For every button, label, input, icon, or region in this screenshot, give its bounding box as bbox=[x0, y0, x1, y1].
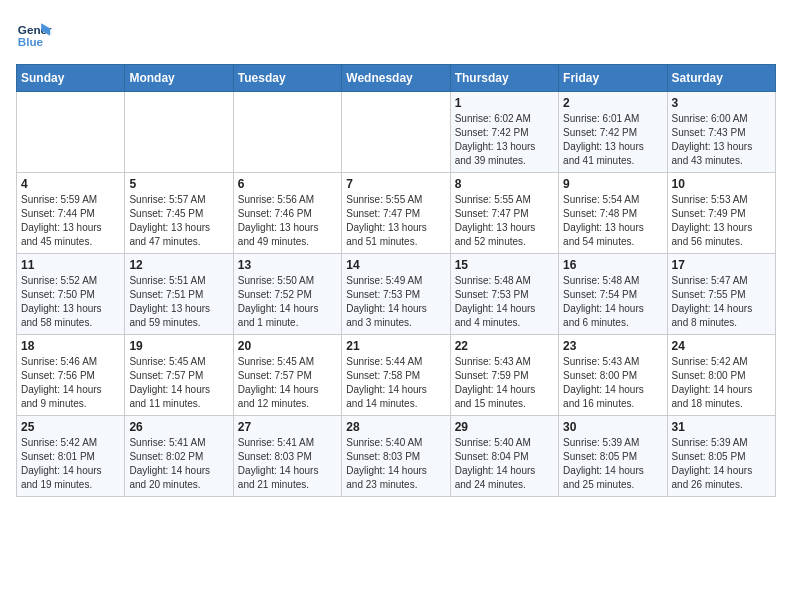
day-number: 23 bbox=[563, 339, 662, 353]
calendar-cell: 13Sunrise: 5:50 AM Sunset: 7:52 PM Dayli… bbox=[233, 254, 341, 335]
logo-icon: General Blue bbox=[16, 16, 52, 52]
day-detail: Sunrise: 5:59 AM Sunset: 7:44 PM Dayligh… bbox=[21, 193, 120, 249]
day-detail: Sunrise: 5:39 AM Sunset: 8:05 PM Dayligh… bbox=[563, 436, 662, 492]
day-number: 25 bbox=[21, 420, 120, 434]
day-number: 26 bbox=[129, 420, 228, 434]
weekday-header: Thursday bbox=[450, 65, 558, 92]
calendar-week-row: 4Sunrise: 5:59 AM Sunset: 7:44 PM Daylig… bbox=[17, 173, 776, 254]
calendar-cell bbox=[233, 92, 341, 173]
day-detail: Sunrise: 5:42 AM Sunset: 8:00 PM Dayligh… bbox=[672, 355, 771, 411]
calendar-cell bbox=[342, 92, 450, 173]
weekday-header: Friday bbox=[559, 65, 667, 92]
calendar-cell: 22Sunrise: 5:43 AM Sunset: 7:59 PM Dayli… bbox=[450, 335, 558, 416]
calendar-cell: 18Sunrise: 5:46 AM Sunset: 7:56 PM Dayli… bbox=[17, 335, 125, 416]
day-number: 19 bbox=[129, 339, 228, 353]
calendar-cell: 11Sunrise: 5:52 AM Sunset: 7:50 PM Dayli… bbox=[17, 254, 125, 335]
day-number: 8 bbox=[455, 177, 554, 191]
day-number: 10 bbox=[672, 177, 771, 191]
day-number: 9 bbox=[563, 177, 662, 191]
calendar-week-row: 18Sunrise: 5:46 AM Sunset: 7:56 PM Dayli… bbox=[17, 335, 776, 416]
calendar-cell: 25Sunrise: 5:42 AM Sunset: 8:01 PM Dayli… bbox=[17, 416, 125, 497]
day-detail: Sunrise: 5:51 AM Sunset: 7:51 PM Dayligh… bbox=[129, 274, 228, 330]
calendar-cell: 5Sunrise: 5:57 AM Sunset: 7:45 PM Daylig… bbox=[125, 173, 233, 254]
calendar-cell: 28Sunrise: 5:40 AM Sunset: 8:03 PM Dayli… bbox=[342, 416, 450, 497]
day-detail: Sunrise: 5:41 AM Sunset: 8:02 PM Dayligh… bbox=[129, 436, 228, 492]
day-number: 6 bbox=[238, 177, 337, 191]
day-number: 18 bbox=[21, 339, 120, 353]
weekday-header: Monday bbox=[125, 65, 233, 92]
calendar-cell: 20Sunrise: 5:45 AM Sunset: 7:57 PM Dayli… bbox=[233, 335, 341, 416]
calendar-cell: 9Sunrise: 5:54 AM Sunset: 7:48 PM Daylig… bbox=[559, 173, 667, 254]
calendar-cell bbox=[17, 92, 125, 173]
calendar-cell: 16Sunrise: 5:48 AM Sunset: 7:54 PM Dayli… bbox=[559, 254, 667, 335]
weekday-header-row: SundayMondayTuesdayWednesdayThursdayFrid… bbox=[17, 65, 776, 92]
calendar-cell: 17Sunrise: 5:47 AM Sunset: 7:55 PM Dayli… bbox=[667, 254, 775, 335]
day-detail: Sunrise: 6:02 AM Sunset: 7:42 PM Dayligh… bbox=[455, 112, 554, 168]
day-number: 7 bbox=[346, 177, 445, 191]
day-detail: Sunrise: 5:45 AM Sunset: 7:57 PM Dayligh… bbox=[238, 355, 337, 411]
weekday-header: Tuesday bbox=[233, 65, 341, 92]
calendar-cell: 12Sunrise: 5:51 AM Sunset: 7:51 PM Dayli… bbox=[125, 254, 233, 335]
calendar-cell: 19Sunrise: 5:45 AM Sunset: 7:57 PM Dayli… bbox=[125, 335, 233, 416]
day-detail: Sunrise: 5:47 AM Sunset: 7:55 PM Dayligh… bbox=[672, 274, 771, 330]
calendar-week-row: 11Sunrise: 5:52 AM Sunset: 7:50 PM Dayli… bbox=[17, 254, 776, 335]
day-number: 4 bbox=[21, 177, 120, 191]
weekday-header: Sunday bbox=[17, 65, 125, 92]
day-detail: Sunrise: 5:52 AM Sunset: 7:50 PM Dayligh… bbox=[21, 274, 120, 330]
calendar-cell: 15Sunrise: 5:48 AM Sunset: 7:53 PM Dayli… bbox=[450, 254, 558, 335]
day-number: 31 bbox=[672, 420, 771, 434]
day-number: 11 bbox=[21, 258, 120, 272]
day-detail: Sunrise: 6:01 AM Sunset: 7:42 PM Dayligh… bbox=[563, 112, 662, 168]
day-detail: Sunrise: 6:00 AM Sunset: 7:43 PM Dayligh… bbox=[672, 112, 771, 168]
day-number: 14 bbox=[346, 258, 445, 272]
calendar-cell: 14Sunrise: 5:49 AM Sunset: 7:53 PM Dayli… bbox=[342, 254, 450, 335]
day-detail: Sunrise: 5:57 AM Sunset: 7:45 PM Dayligh… bbox=[129, 193, 228, 249]
day-detail: Sunrise: 5:39 AM Sunset: 8:05 PM Dayligh… bbox=[672, 436, 771, 492]
calendar-cell: 24Sunrise: 5:42 AM Sunset: 8:00 PM Dayli… bbox=[667, 335, 775, 416]
day-detail: Sunrise: 5:46 AM Sunset: 7:56 PM Dayligh… bbox=[21, 355, 120, 411]
calendar-cell bbox=[125, 92, 233, 173]
day-detail: Sunrise: 5:43 AM Sunset: 7:59 PM Dayligh… bbox=[455, 355, 554, 411]
weekday-header: Wednesday bbox=[342, 65, 450, 92]
calendar-cell: 4Sunrise: 5:59 AM Sunset: 7:44 PM Daylig… bbox=[17, 173, 125, 254]
day-number: 15 bbox=[455, 258, 554, 272]
day-number: 12 bbox=[129, 258, 228, 272]
calendar-cell: 26Sunrise: 5:41 AM Sunset: 8:02 PM Dayli… bbox=[125, 416, 233, 497]
day-number: 16 bbox=[563, 258, 662, 272]
day-detail: Sunrise: 5:40 AM Sunset: 8:04 PM Dayligh… bbox=[455, 436, 554, 492]
day-number: 24 bbox=[672, 339, 771, 353]
day-detail: Sunrise: 5:50 AM Sunset: 7:52 PM Dayligh… bbox=[238, 274, 337, 330]
day-number: 28 bbox=[346, 420, 445, 434]
day-number: 5 bbox=[129, 177, 228, 191]
calendar-week-row: 25Sunrise: 5:42 AM Sunset: 8:01 PM Dayli… bbox=[17, 416, 776, 497]
day-detail: Sunrise: 5:55 AM Sunset: 7:47 PM Dayligh… bbox=[455, 193, 554, 249]
day-number: 13 bbox=[238, 258, 337, 272]
day-number: 27 bbox=[238, 420, 337, 434]
calendar-cell: 7Sunrise: 5:55 AM Sunset: 7:47 PM Daylig… bbox=[342, 173, 450, 254]
day-number: 17 bbox=[672, 258, 771, 272]
calendar-cell: 30Sunrise: 5:39 AM Sunset: 8:05 PM Dayli… bbox=[559, 416, 667, 497]
day-detail: Sunrise: 5:45 AM Sunset: 7:57 PM Dayligh… bbox=[129, 355, 228, 411]
calendar-cell: 29Sunrise: 5:40 AM Sunset: 8:04 PM Dayli… bbox=[450, 416, 558, 497]
day-number: 29 bbox=[455, 420, 554, 434]
day-detail: Sunrise: 5:43 AM Sunset: 8:00 PM Dayligh… bbox=[563, 355, 662, 411]
calendar-week-row: 1Sunrise: 6:02 AM Sunset: 7:42 PM Daylig… bbox=[17, 92, 776, 173]
day-number: 20 bbox=[238, 339, 337, 353]
calendar-cell: 27Sunrise: 5:41 AM Sunset: 8:03 PM Dayli… bbox=[233, 416, 341, 497]
calendar-cell: 10Sunrise: 5:53 AM Sunset: 7:49 PM Dayli… bbox=[667, 173, 775, 254]
day-detail: Sunrise: 5:49 AM Sunset: 7:53 PM Dayligh… bbox=[346, 274, 445, 330]
calendar-cell: 21Sunrise: 5:44 AM Sunset: 7:58 PM Dayli… bbox=[342, 335, 450, 416]
calendar-cell: 8Sunrise: 5:55 AM Sunset: 7:47 PM Daylig… bbox=[450, 173, 558, 254]
day-detail: Sunrise: 5:56 AM Sunset: 7:46 PM Dayligh… bbox=[238, 193, 337, 249]
day-detail: Sunrise: 5:41 AM Sunset: 8:03 PM Dayligh… bbox=[238, 436, 337, 492]
day-number: 2 bbox=[563, 96, 662, 110]
calendar-cell: 23Sunrise: 5:43 AM Sunset: 8:00 PM Dayli… bbox=[559, 335, 667, 416]
day-detail: Sunrise: 5:48 AM Sunset: 7:54 PM Dayligh… bbox=[563, 274, 662, 330]
calendar-cell: 31Sunrise: 5:39 AM Sunset: 8:05 PM Dayli… bbox=[667, 416, 775, 497]
logo: General Blue bbox=[16, 16, 52, 52]
calendar-cell: 6Sunrise: 5:56 AM Sunset: 7:46 PM Daylig… bbox=[233, 173, 341, 254]
day-detail: Sunrise: 5:53 AM Sunset: 7:49 PM Dayligh… bbox=[672, 193, 771, 249]
day-detail: Sunrise: 5:48 AM Sunset: 7:53 PM Dayligh… bbox=[455, 274, 554, 330]
day-detail: Sunrise: 5:40 AM Sunset: 8:03 PM Dayligh… bbox=[346, 436, 445, 492]
calendar-cell: 1Sunrise: 6:02 AM Sunset: 7:42 PM Daylig… bbox=[450, 92, 558, 173]
